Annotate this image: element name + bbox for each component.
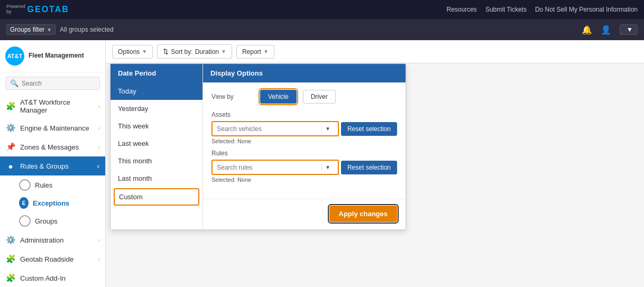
do-not-sell-link[interactable]: Do Not Sell My Personal Information	[535, 6, 638, 13]
sidebar-item-geotab[interactable]: 🧩 Geotab Roadside ›	[0, 249, 105, 269]
sidebar-item-label: Geotab Roadside	[20, 255, 94, 263]
search-icon: 🔍	[10, 79, 19, 87]
report-arrow: ▼	[263, 49, 269, 54]
assets-selected-text: Selected: None	[211, 138, 397, 144]
sidebar-item-rules-groups[interactable]: ● Rules & Groups ∨	[0, 156, 105, 175]
main-layout: AT&T Fleet Management 🔍 🧩 AT&T Workforce…	[0, 40, 644, 287]
apply-changes-button[interactable]: Apply changes	[329, 206, 397, 222]
apply-row: Apply changes	[203, 199, 406, 229]
date-item-last-week-label: Last week	[118, 140, 149, 147]
sidebar-sub-rules[interactable]: Rules	[0, 175, 105, 195]
zones-arrow: ›	[98, 144, 100, 150]
date-item-last-month[interactable]: Last month	[111, 170, 203, 187]
display-options-header: Display Options	[203, 64, 406, 82]
rules-selected-text: Selected: None	[211, 177, 397, 183]
rules-search-box: ▼	[211, 160, 339, 175]
assets-input-row: ▼ Reset selection	[211, 121, 397, 136]
display-options-panel: Display Options View by Vehicle Driver A…	[203, 64, 406, 229]
sidebar-item-label: AT&T Workforce Manager	[20, 98, 94, 114]
rules-dropdown-arrow[interactable]: ▼	[321, 163, 334, 171]
groups-selected-text: All groups selected	[60, 26, 113, 33]
sidebar-item-label: Rules & Groups	[20, 162, 92, 170]
date-item-this-week-label: This week	[118, 122, 149, 130]
assets-reset-button[interactable]: Reset selection	[341, 122, 397, 136]
date-item-today-label: Today	[118, 87, 136, 95]
groups-filter-select[interactable]: Groups filter ▼	[6, 24, 56, 35]
sidebar-search-input[interactable]	[22, 80, 95, 87]
sidebar-sub-exceptions[interactable]: E Exceptions	[0, 195, 105, 211]
administration-icon: ⚙️	[5, 235, 16, 245]
att-logo: AT&T	[5, 47, 24, 66]
powered-by-text: Poweredby	[6, 4, 25, 15]
engine-icon: ⚙️	[5, 123, 16, 133]
sidebar-item-administration[interactable]: ⚙️ Administration ›	[0, 230, 105, 249]
assets-search-input[interactable]	[217, 125, 319, 133]
sidebar-item-zones[interactable]: 📌 Zones & Messages ›	[0, 137, 105, 156]
options-label: Options	[118, 48, 140, 55]
display-options-body: View by Vehicle Driver Assets ▼ Reset se	[203, 82, 406, 196]
sidebar-item-custom-addin[interactable]: 🧩 Custom Add-In	[0, 269, 105, 287]
main-content: Options ▼ ⇅ Sort by: Duration ▼ Report ▼…	[106, 40, 644, 287]
sort-by-label: Sort by:	[171, 48, 192, 55]
view-vehicle-button[interactable]: Vehicle	[260, 90, 297, 104]
sidebar-search-box: 🔍	[5, 77, 100, 90]
date-item-this-month[interactable]: This month	[111, 152, 203, 170]
date-period-header: Date Period	[111, 64, 203, 82]
rules-label: Rules	[211, 150, 397, 157]
sort-button[interactable]: ⇅ Sort by: Duration ▼	[157, 44, 232, 59]
notifications-icon[interactable]: 🔔	[582, 25, 592, 35]
user-icon[interactable]: 👤	[601, 25, 611, 35]
report-button[interactable]: Report ▼	[236, 45, 274, 59]
rules-reset-button[interactable]: Reset selection	[341, 161, 397, 174]
date-item-custom[interactable]: Custom	[114, 188, 199, 206]
options-arrow: ▼	[142, 49, 147, 54]
brand-name: GEOTAB	[27, 5, 69, 14]
sort-icon: ⇅	[163, 48, 169, 55]
date-item-today[interactable]: Today	[111, 82, 203, 100]
date-item-yesterday[interactable]: Yesterday	[111, 100, 203, 117]
top-nav-links: Resources Submit Tickets Do Not Sell My …	[447, 6, 638, 13]
view-by-row: View by Vehicle Driver	[211, 90, 397, 104]
date-item-custom-label: Custom	[119, 193, 143, 201]
view-driver-button[interactable]: Driver	[303, 90, 336, 104]
logo-area: Poweredby GEOTAB	[6, 4, 69, 15]
sidebar-item-label: Zones & Messages	[20, 143, 94, 151]
sidebar-item-workforce[interactable]: 🧩 AT&T Workforce Manager ›	[0, 94, 105, 118]
sidebar-sub-groups[interactable]: Groups	[0, 211, 105, 230]
exceptions-sub-icon: E	[19, 198, 29, 208]
display-options-title: Display Options	[210, 69, 263, 77]
date-item-this-week[interactable]: This week	[111, 117, 203, 135]
sidebar-app-name: Fleet Management	[29, 52, 84, 60]
toolbar: Options ▼ ⇅ Sort by: Duration ▼ Report ▼	[106, 40, 644, 63]
sort-arrow: ▼	[221, 49, 226, 54]
sort-value: Duration	[195, 48, 219, 55]
date-item-this-month-label: This month	[118, 157, 152, 165]
sidebar-item-label: Engine & Maintenance	[20, 124, 94, 132]
workforce-icon: 🧩	[5, 101, 16, 112]
administration-arrow: ›	[98, 237, 100, 243]
user-dropdown[interactable]: ▼	[620, 24, 638, 35]
rules-sub-label: Rules	[35, 181, 52, 189]
submit-tickets-link[interactable]: Submit Tickets	[485, 6, 527, 13]
rules-sub-icon	[19, 179, 31, 191]
options-button[interactable]: Options ▼	[112, 45, 153, 59]
user-dropdown-arrow: ▼	[627, 26, 633, 33]
top-navigation: Poweredby GEOTAB Resources Submit Ticket…	[0, 0, 644, 19]
groups-filter-label: Groups filter	[10, 26, 44, 33]
sidebar: AT&T Fleet Management 🔍 🧩 AT&T Workforce…	[0, 40, 106, 287]
resources-link[interactable]: Resources	[447, 6, 477, 13]
sidebar-item-engine[interactable]: ⚙️ Engine & Maintenance ›	[0, 118, 105, 137]
rules-search-input[interactable]	[217, 164, 319, 171]
engine-arrow: ›	[98, 125, 100, 131]
date-item-last-month-label: Last month	[118, 174, 152, 182]
rules-field: Rules ▼ Reset selection Selected: None	[211, 150, 397, 183]
assets-dropdown-arrow[interactable]: ▼	[321, 125, 334, 133]
date-item-last-week[interactable]: Last week	[111, 135, 203, 152]
sidebar-header: AT&T Fleet Management	[0, 40, 105, 72]
rules-groups-icon: ●	[5, 161, 16, 171]
top-icons: 🔔 👤 ▼	[582, 24, 638, 35]
att-logo-text: AT&T	[7, 53, 23, 59]
zones-icon: 📌	[5, 142, 16, 152]
workforce-arrow: ›	[98, 104, 100, 109]
rules-groups-arrow: ∨	[96, 163, 100, 169]
